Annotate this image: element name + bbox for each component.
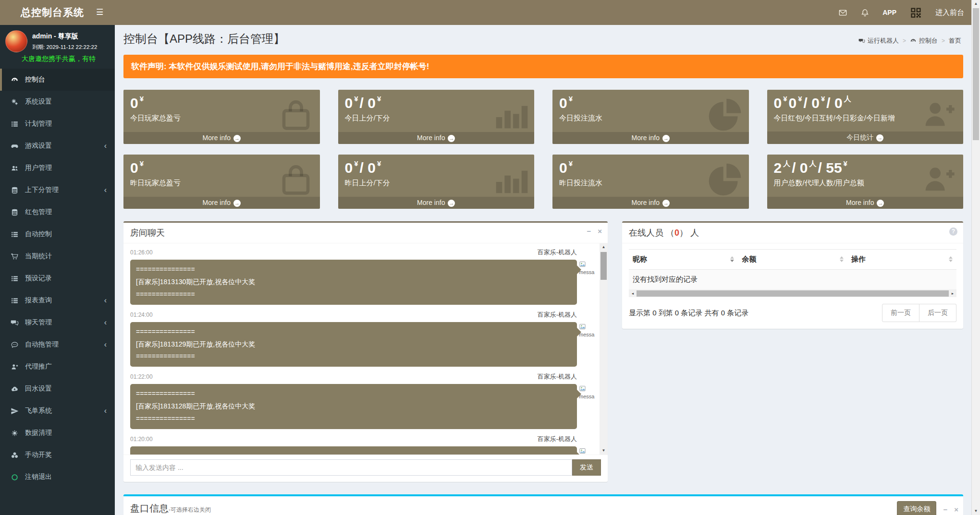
envelope-icon[interactable] bbox=[838, 8, 847, 17]
breadcrumb-item-label: 控制台 bbox=[919, 36, 938, 45]
minimize-icon[interactable]: − bbox=[587, 228, 591, 235]
scroll-down-arrow-icon[interactable]: ▼ bbox=[972, 507, 980, 515]
stat-box-footer-link[interactable]: More info→ bbox=[552, 132, 749, 144]
page-scrollbar: ▲ ▼ bbox=[971, 0, 980, 515]
column-header-label: 操作 bbox=[851, 255, 866, 263]
sidebar-item-flying-order-system[interactable]: 飞单系统‹ bbox=[0, 400, 115, 422]
app-link[interactable]: APP bbox=[882, 9, 896, 16]
sidebar-item-label: 系统设置 bbox=[25, 97, 52, 106]
table-column-header-1[interactable]: 余额 bbox=[738, 250, 847, 270]
scroll-up-arrow-icon[interactable]: ▲ bbox=[972, 0, 980, 8]
sidebar-item-logout[interactable]: 注销退出 bbox=[0, 466, 115, 488]
stat-box-footer-link[interactable]: More info→ bbox=[338, 132, 535, 144]
sidebar-item-plan-management[interactable]: 计划管理 bbox=[0, 113, 115, 135]
sidebar-toggle-button[interactable]: ☰ bbox=[91, 0, 108, 25]
sidebar-item-label: 聊天管理 bbox=[25, 318, 52, 327]
bar-chart-icon bbox=[491, 160, 529, 199]
sidebar-item-rebate-settings[interactable]: 回水设置 bbox=[0, 378, 115, 400]
chevron-left-icon: ‹ bbox=[104, 340, 107, 349]
stat-box-footer-link[interactable]: 今日统计→ bbox=[767, 132, 964, 144]
stat-box-footer-link[interactable]: More info→ bbox=[338, 197, 535, 209]
arrow-circle-right-icon: → bbox=[662, 200, 670, 207]
message-line: [百家乐]1813130期已开放,祝各位中大奖 bbox=[136, 276, 571, 288]
sidebar-item-label: 红包管理 bbox=[25, 208, 52, 216]
stat-box-footer-link[interactable]: More info→ bbox=[552, 197, 749, 209]
comments-icon bbox=[858, 37, 865, 44]
room-chat-header: 房间聊天 − × bbox=[123, 223, 608, 243]
sidebar-item-auto-control[interactable]: 自动控制 bbox=[0, 223, 115, 245]
stat-box-user-totals: 2人/ 0人/ 55¥用户总数/代理人数/用户总额More info→ bbox=[767, 155, 964, 209]
sidebar-item-redpacket-management[interactable]: 红包管理 bbox=[0, 201, 115, 223]
broken-image-icon bbox=[579, 447, 586, 455]
chat-message: 01:20:00百家乐-机器人===============[百家乐]18131… bbox=[130, 435, 577, 455]
stat-box-footer-label: More info bbox=[203, 134, 231, 142]
power-icon bbox=[11, 473, 19, 481]
stat-box-today-stats: 0¥0¥/ 0¥/ 0人今日红包/今日互转/今日彩金/今日新增今日统计→ bbox=[767, 90, 964, 144]
sidebar-item-label: 自动控制 bbox=[25, 230, 52, 239]
scroll-up-arrow-icon[interactable]: ▲ bbox=[600, 243, 608, 251]
sidebar-item-preset-records[interactable]: 预设记录 bbox=[0, 267, 115, 289]
table-column-header-2[interactable]: 操作 bbox=[847, 250, 956, 270]
table-column-header-0[interactable]: 昵称 bbox=[629, 250, 738, 270]
sidebar-item-chat-management[interactable]: 聊天管理‹ bbox=[0, 311, 115, 334]
top-navbar: 总控制台系统 ☰ APP 进入前台 bbox=[0, 0, 972, 25]
stat-box-footer-label: More info bbox=[632, 199, 660, 206]
room-chat-tools: − × bbox=[587, 228, 602, 235]
scroll-left-arrow-icon[interactable]: ◄ bbox=[629, 290, 637, 297]
user-plus-icon bbox=[11, 363, 19, 371]
bell-icon[interactable] bbox=[860, 8, 870, 17]
table-scrollbar-thumb[interactable] bbox=[637, 290, 949, 297]
gauge-icon bbox=[11, 76, 19, 84]
sidebar-item-data-cleanup[interactable]: 数据清理 bbox=[0, 422, 115, 444]
enter-frontend-link[interactable]: 进入前台 bbox=[935, 8, 964, 17]
sidebar-user-panel: admin - 尊享版 到期: 2029-11-12 22:22:22 bbox=[0, 25, 115, 53]
send-button[interactable]: 发送 bbox=[572, 459, 601, 476]
stat-box-yesterday-bet-flow: 0¥昨日投注流水More info→ bbox=[552, 155, 749, 209]
help-icon[interactable]: ? bbox=[949, 228, 957, 236]
sidebar-item-user-management[interactable]: 用户管理 bbox=[0, 157, 115, 179]
scroll-down-arrow-icon[interactable]: ▼ bbox=[600, 447, 608, 455]
sidebar-item-game-settings[interactable]: 游戏设置‹ bbox=[0, 135, 115, 157]
list-icon bbox=[11, 297, 19, 305]
stat-box-footer-link[interactable]: More info→ bbox=[123, 132, 320, 144]
breadcrumb-item-1[interactable]: 控制台 bbox=[910, 36, 938, 45]
chat-scrollbar-thumb[interactable] bbox=[600, 252, 607, 280]
message-bubble: ===============[百家乐]1813128期已开放,祝各位中大奖==… bbox=[130, 384, 577, 429]
sidebar-item-report-query[interactable]: 报表查询‹ bbox=[0, 289, 115, 311]
chat-message-input[interactable] bbox=[130, 459, 572, 476]
content-header: 控制台【APP线路：后台管理】 运行机器人>控制台>首页 bbox=[115, 25, 972, 51]
breadcrumb-item-2[interactable]: 首页 bbox=[949, 36, 961, 45]
list-icon bbox=[11, 230, 19, 239]
sidebar-item-manual-draw[interactable]: 手动开奖 bbox=[0, 444, 115, 466]
database-icon bbox=[11, 186, 19, 194]
stat-box-today-bet-flow: 0¥今日投注流水More info→ bbox=[552, 90, 749, 144]
room-chat-title: 房间聊天 bbox=[130, 228, 165, 238]
gauge-icon bbox=[910, 37, 917, 44]
stat-box-footer-link[interactable]: More info→ bbox=[123, 197, 320, 209]
sidebar-item-auto-drag-management[interactable]: 自动拖管理‹ bbox=[0, 334, 115, 356]
query-balance-button[interactable]: 查询余额 bbox=[897, 501, 936, 515]
chat-message: 01:24:00百家乐-机器人===============[百家乐]18131… bbox=[130, 311, 577, 367]
sidebar-item-updown-management[interactable]: 上下分管理‹ bbox=[0, 179, 115, 201]
page-scrollbar-thumb[interactable] bbox=[973, 8, 979, 140]
breadcrumb-item-0[interactable]: 运行机器人 bbox=[858, 36, 899, 45]
stat-boxes-grid: 0¥今日玩家总盈亏More info→0¥/ 0¥今日上分/下分More inf… bbox=[123, 90, 963, 209]
sidebar-item-agent-promotion[interactable]: 代理推广 bbox=[0, 356, 115, 378]
prev-page-button[interactable]: 前一页 bbox=[882, 304, 919, 322]
sidebar-item-label: 数据清理 bbox=[25, 429, 52, 437]
qr-code-icon[interactable] bbox=[909, 6, 922, 19]
sidebar-item-current-stats[interactable]: 当期统计 bbox=[0, 245, 115, 267]
scroll-right-arrow-icon[interactable]: ► bbox=[949, 290, 956, 297]
sidebar-item-system-settings[interactable]: 系统设置 bbox=[0, 91, 115, 113]
minimize-icon[interactable]: − bbox=[943, 506, 947, 513]
sidebar-item-console[interactable]: 控制台 bbox=[0, 69, 115, 91]
sidebar-item-label: 代理推广 bbox=[25, 362, 52, 371]
message-bubble: ===============[百家乐]1813130期已开放,祝各位中大奖==… bbox=[130, 260, 577, 305]
page-title: 控制台【APP线路：后台管理】 bbox=[123, 31, 963, 47]
close-icon[interactable]: × bbox=[954, 506, 958, 513]
next-page-button[interactable]: 后一页 bbox=[919, 304, 956, 322]
close-icon[interactable]: × bbox=[598, 228, 602, 235]
software-notice-banner: 软件声明: 本软件仅供娱乐测试使用,请勿用于非法与赌博用途,违反者立即封停帐号! bbox=[123, 55, 963, 78]
table-empty-message: 没有找到对应的记录 bbox=[629, 270, 956, 290]
stat-box-footer-link[interactable]: More info→ bbox=[767, 197, 964, 209]
